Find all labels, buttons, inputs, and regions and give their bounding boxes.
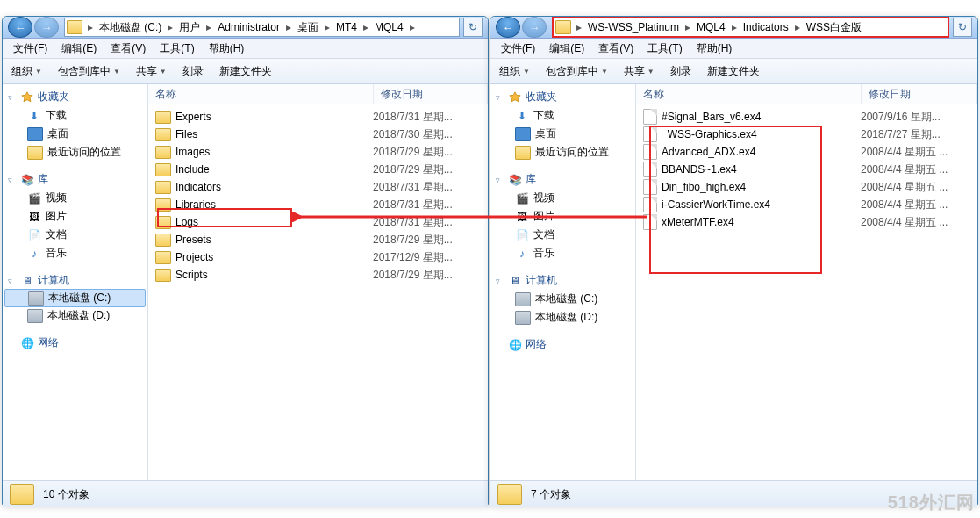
menu-file[interactable]: 文件(F) [6, 40, 54, 58]
drive-icon [28, 291, 44, 306]
file-date: 2008/4/4 星期五 ... [854, 198, 977, 212]
nav-forward-button[interactable]: → [34, 17, 59, 38]
menu-edit[interactable]: 编辑(E) [542, 40, 591, 58]
tree-downloads[interactable]: ⬇下载 [3, 106, 147, 125]
col-name[interactable]: 名称 [636, 84, 862, 104]
tool-burn[interactable]: 刻录 [667, 62, 695, 81]
tool-share[interactable]: 共享▼ [132, 62, 170, 81]
tool-new-folder[interactable]: 新建文件夹 [704, 62, 763, 81]
star-icon [508, 91, 522, 104]
menu-help[interactable]: 帮助(H) [690, 40, 740, 58]
file-row[interactable]: i-CassierWorkTime.ex42008/4/4 星期五 ... [636, 196, 977, 213]
folder-icon [155, 198, 171, 212]
breadcrumb[interactable]: 用户 [175, 18, 204, 36]
file-icon [643, 144, 657, 160]
tree-desktop[interactable]: 桌面 [3, 125, 147, 143]
file-name: Scripts [175, 269, 208, 281]
menu-tools[interactable]: 工具(T) [640, 40, 689, 58]
nav-back-button[interactable]: ← [496, 17, 520, 38]
tool-include-library[interactable]: 包含到库中▼ [542, 62, 612, 81]
tree-documents[interactable]: 📄文档 [490, 226, 635, 244]
file-row[interactable]: Logs2018/7/31 星期... [148, 213, 488, 231]
menu-view[interactable]: 查看(V) [104, 40, 153, 58]
tool-share[interactable]: 共享▼ [620, 62, 658, 81]
tool-organize[interactable]: 组织▼ [496, 62, 533, 81]
menu-tools[interactable]: 工具(T) [153, 40, 201, 58]
tree-downloads[interactable]: ⬇下载 [490, 106, 635, 125]
tool-organize[interactable]: 组织▼ [8, 62, 46, 81]
col-date[interactable]: 修改日期 [374, 84, 488, 104]
breadcrumb[interactable]: WSS白金版 [803, 18, 865, 36]
file-row[interactable]: Images2018/7/29 星期... [148, 143, 488, 161]
tree-favorites[interactable]: ▿收藏夹 [490, 88, 635, 106]
tree-music[interactable]: ♪音乐 [3, 244, 147, 263]
col-date[interactable]: 修改日期 [862, 84, 977, 104]
address-bar[interactable]: ▸ WS-WSS_Platinum ▸ MQL4 ▸ Indicators ▸ … [552, 17, 949, 38]
file-row[interactable]: Indicators2018/7/31 星期... [148, 178, 488, 196]
breadcrumb[interactable]: 本地磁盘 (C:) [96, 18, 165, 36]
content-area: ▿收藏夹 ⬇下载 桌面 最近访问的位置 ▿📚库 🎬视频 🖼图片 📄文档 ♪音乐 … [3, 84, 488, 480]
menu-file[interactable]: 文件(F) [494, 40, 542, 58]
file-row[interactable]: Advanced_ADX.ex42008/4/4 星期五 ... [636, 143, 977, 161]
address-bar[interactable]: ▸ 本地磁盘 (C:) ▸ 用户 ▸ Administrator ▸ 桌面 ▸ … [64, 18, 460, 37]
file-row[interactable]: Din_fibo_high.ex42008/4/4 星期五 ... [636, 178, 977, 196]
tree-recent[interactable]: 最近访问的位置 [3, 143, 147, 162]
tool-new-folder[interactable]: 新建文件夹 [216, 62, 275, 81]
tree-pictures[interactable]: 🖼图片 [490, 207, 635, 226]
tool-burn[interactable]: 刻录 [179, 62, 207, 81]
breadcrumb[interactable]: 桌面 [294, 18, 322, 36]
file-row[interactable]: Libraries2018/7/31 星期... [148, 196, 488, 213]
file-row[interactable]: Scripts2018/7/29 星期... [148, 266, 488, 284]
tree-disk-d[interactable]: 本地磁盘 (D:) [490, 308, 635, 327]
file-row[interactable]: Presets2018/7/29 星期... [148, 231, 488, 248]
tree-disk-d[interactable]: 本地磁盘 (D:) [3, 306, 147, 325]
file-name: _WSS-Graphics.ex4 [662, 128, 757, 140]
file-row[interactable]: Files2018/7/30 星期... [148, 126, 488, 143]
tree-recent[interactable]: 最近访问的位置 [490, 143, 635, 162]
tree-pictures[interactable]: 🖼图片 [3, 207, 147, 226]
tree-desktop[interactable]: 桌面 [490, 125, 635, 143]
breadcrumb[interactable]: Indicators [740, 18, 792, 36]
file-row[interactable]: _WSS-Graphics.ex42018/7/27 星期... [636, 126, 977, 143]
file-row[interactable]: Include2018/7/29 星期... [148, 161, 488, 178]
tree-disk-c[interactable]: 本地磁盘 (C:) [490, 290, 635, 308]
col-name[interactable]: 名称 [148, 84, 374, 104]
refresh-button[interactable]: ↻ [953, 18, 972, 37]
tool-include-library[interactable]: 包含到库中▼ [54, 62, 124, 81]
tree-computer[interactable]: ▿🖥计算机 [490, 271, 635, 290]
file-row[interactable]: xMeterMTF.ex42008/4/4 星期五 ... [636, 213, 977, 231]
file-date: 2018/7/31 星期... [366, 198, 488, 212]
refresh-button[interactable]: ↻ [463, 18, 483, 37]
breadcrumb[interactable]: MQL4 [371, 18, 407, 36]
menu-view[interactable]: 查看(V) [591, 40, 640, 58]
nav-forward-button[interactable]: → [522, 17, 547, 38]
tree-libraries[interactable]: ▿📚库 [3, 170, 147, 189]
breadcrumb[interactable]: MT4 [333, 18, 361, 36]
file-row[interactable]: Projects2017/12/9 星期... [148, 248, 488, 266]
file-row[interactable]: #Signal_Bars_v6.ex42007/9/16 星期... [636, 108, 977, 126]
tree-videos[interactable]: 🎬视频 [490, 189, 635, 207]
breadcrumb[interactable]: Administrator [214, 18, 283, 36]
menu-help[interactable]: 帮助(H) [202, 40, 252, 58]
tree-documents[interactable]: 📄文档 [3, 226, 147, 244]
file-icon [643, 214, 657, 230]
breadcrumb[interactable]: WS-WSS_Platinum [584, 18, 683, 36]
tree-libraries[interactable]: ▿📚库 [490, 170, 635, 189]
tree-music[interactable]: ♪音乐 [490, 244, 635, 263]
tree-disk-c[interactable]: 本地磁盘 (C:) [4, 289, 146, 307]
tree-network[interactable]: 🌐网络 [490, 335, 635, 354]
drive-icon [27, 309, 43, 323]
tree-favorites[interactable]: ▿收藏夹 [3, 88, 147, 106]
file-row[interactable]: BBANDS~1.ex42008/4/4 星期五 ... [636, 161, 977, 178]
file-row[interactable]: Experts2018/7/31 星期... [148, 108, 488, 126]
file-name: #Signal_Bars_v6.ex4 [662, 111, 761, 123]
titlebar: ← → ▸ WS-WSS_Platinum ▸ MQL4 ▸ Indicator… [490, 17, 977, 39]
menu-edit[interactable]: 编辑(E) [54, 40, 104, 58]
tree-videos[interactable]: 🎬视频 [3, 189, 147, 207]
file-icon [643, 197, 657, 212]
tree-computer[interactable]: ▿🖥计算机 [3, 271, 147, 290]
breadcrumb[interactable]: MQL4 [693, 18, 729, 36]
tree-network[interactable]: 🌐网络 [3, 334, 147, 352]
nav-back-button[interactable]: ← [8, 17, 32, 38]
status-text: 7 个对象 [531, 487, 571, 502]
